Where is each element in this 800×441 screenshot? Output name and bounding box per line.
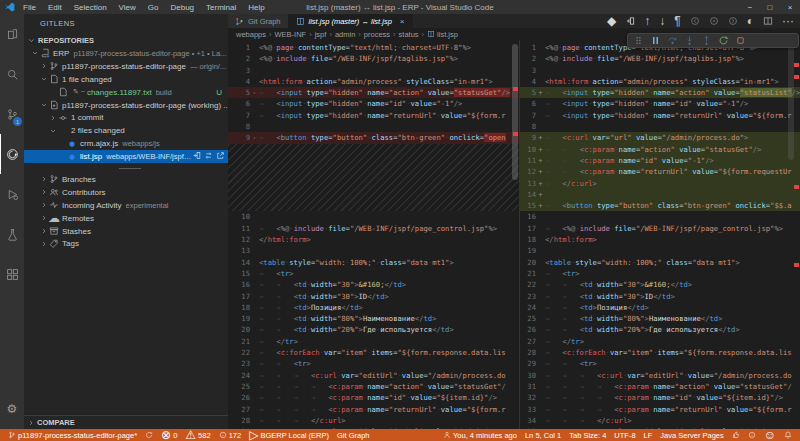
menu-file[interactable]: File [17,3,42,12]
right-scrollbar[interactable] [788,42,794,160]
code-line[interactable]: 15→ <tr> [228,268,519,279]
tree-item-crm-ajax-js[interactable]: crm.ajax.js webapps/js [24,137,228,150]
code-line[interactable]: 25→ → <td·width="80%">Наименование</td> [520,313,800,324]
code-line[interactable]: 16 [520,211,800,222]
code-line[interactable]: 11+→ → <c:param·name="id"·value="-1"/> [520,155,800,166]
stop-icon[interactable] [735,32,746,50]
tree-item-stashes[interactable]: Stashes [24,225,228,238]
code-line[interactable]: 10 [228,211,519,222]
breadcrumb-item[interactable]: process [364,30,390,39]
close-icon[interactable]: × [400,17,405,26]
more-actions-icon[interactable]: ··· [782,15,794,27]
code-line[interactable]: 26→ → → → <c:param·name="id"·value="${it… [228,392,519,403]
breadcrumb-item[interactable]: list.jsp [437,30,458,39]
close-button[interactable]: × [780,3,800,12]
prev-revision-icon[interactable] [690,16,700,26]
tree-item-tags[interactable]: Tags [24,237,228,250]
code-line[interactable]: 7→ <input·type="hidden"·name="returnUrl"… [520,110,800,121]
code-line[interactable]: 20→ → <td·width="20%">Где·используется</… [228,324,519,335]
statusbar-right-5[interactable]: Java Server Pages [656,429,727,441]
tree-item-remotes[interactable]: ☁ Remotes [24,212,228,225]
code-line[interactable]: 8 [520,121,800,132]
external-link-icon[interactable] [216,151,225,162]
breadcrumb-item[interactable]: status [399,30,419,39]
restart-icon[interactable] [718,32,729,50]
activity-gitlens-icon[interactable] [0,134,24,174]
code-line[interactable]: 32→ → → → <c:param·name="id"·value="${it… [520,392,800,403]
tree-item-branches[interactable]: Branches [24,173,228,186]
diff-pane-original[interactable]: 1<%@·page·contentType="text/html;·charse… [228,40,520,429]
code-line[interactable]: 28→ <c:forEach·var="item"·items="${form.… [520,347,800,358]
statusbar-right-2[interactable]: Tab Size: 4 [565,429,610,441]
statusbar-right-1[interactable]: Ln 5, Col 1 [521,429,565,441]
menu-view[interactable]: View [113,3,142,12]
code-line[interactable]: 6→ <input·type="hidden"·name="id"·value=… [228,98,519,109]
tree-item-list-jsp[interactable]: list.jsp webapps/WEB-INF/jspf/admin/pr..… [24,150,228,163]
tree-item-p11897-process-status-editor-p[interactable]: p11897-process-status-editor-page (worki… [24,99,228,112]
code-line[interactable]: 26→ → <td·width="20%">Где·используется</… [520,324,800,335]
tree-item-2-files-changed[interactable]: 2 files changed [24,124,228,137]
code-line[interactable]: 27→ </tr> [520,336,800,347]
annotations-icon[interactable]: ◐ [747,15,754,27]
menu-go[interactable]: Go [142,3,165,12]
code-line[interactable]: 21→ </tr> [228,336,519,347]
statusbar-left-0[interactable]: p11897-process-status-editor-page* [4,429,141,441]
tree-item-incoming-activity[interactable]: Incoming Activity experimental [24,199,228,212]
step-over-icon[interactable] [667,32,678,50]
compare-section-header[interactable]: COMPARE [24,415,228,429]
statusbar-right-3[interactable]: UTF-8 [610,429,639,441]
open-changes-icon[interactable] [192,151,201,162]
breadcrumb-item[interactable]: webapps [236,30,266,39]
activity-extensions-icon[interactable] [0,254,24,294]
statusbar-left-1[interactable] [141,429,157,441]
tree-item-contributors[interactable]: Contributors [24,186,228,199]
code-line[interactable]: 13+→ </c:url> [520,178,800,189]
activity-search-icon[interactable] [0,54,24,94]
code-line[interactable]: 22→ → <td·width="30">&#160;</td> [520,279,800,290]
statusbar-right-8[interactable]: ☺ [760,429,780,441]
breadcrumb-item[interactable]: WEB-INF [275,30,307,39]
code-line[interactable]: 9-→ <button·type="button"·class="btn-gre… [228,132,519,143]
arrow-up-icon[interactable]: ↑ [644,15,650,27]
code-line[interactable]: 4<html:form·action="admin/process"·style… [228,76,519,87]
code-line[interactable]: 30→ → → <c:url·var="editUrl"·value="/adm… [520,370,800,381]
code-line[interactable]: 17→ <%@·include·file="/WEB-INF/jspf/page… [520,223,800,234]
statusbar-left-5[interactable]: ▷BGERP Local (ERP) [245,429,333,441]
arrow-down-icon[interactable]: ↓ [659,15,665,27]
code-line[interactable]: 29→ → <tr> [520,358,800,369]
code-line[interactable]: 1<%@·page·contentType="text/html;·charse… [228,42,519,53]
minimize-button[interactable]: − [740,3,760,12]
code-line[interactable]: 6→ <input·type="hidden"·name="id"·value=… [520,98,800,109]
tree-item-p11897-process-status-editor-p[interactable]: p11897-process-status-editor-page — orig… [24,60,228,73]
code-line[interactable]: 8 [228,121,519,132]
statusbar-right-0[interactable]: You, 4 minutes ago [439,429,521,441]
pause-icon[interactable] [650,32,661,50]
code-line[interactable]: 2<%@·include·file="/WEB-INF/jspf/taglibs… [520,53,800,64]
code-line[interactable]: 20<table·style="width:·100%;"·class="dat… [520,257,800,268]
code-line[interactable]: 33→ → → → <c:param·name="returnUrl"·valu… [520,404,800,415]
code-line[interactable]: 23→ → <td·width="30">ID</td> [520,291,800,302]
whitespace-icon[interactable]: ¶ [674,15,680,27]
step-out-icon[interactable] [701,32,712,50]
code-line[interactable]: 14<table·style="width:·100%;"·class="dat… [228,257,519,268]
code-line[interactable]: 10+→ → <c:param·name="action"·value="sta… [520,144,800,155]
code-line[interactable]: 31→ → → → <c:param·name="action"·value="… [520,381,800,392]
code-line[interactable]: 13 [228,245,519,256]
statusbar-left-4[interactable]: 172 [215,429,246,441]
code-line[interactable]: 3 [520,65,800,76]
code-line[interactable]: 12+→ → <c:param·name="returnUrl"·value="… [520,166,800,177]
repositories-section-header[interactable]: REPOSITORIES [24,34,228,47]
code-line[interactable]: 24→ → → <c:url·var="editUrl"·value="/adm… [228,370,519,381]
statusbar-right-7[interactable] [744,429,760,441]
menu-terminal[interactable]: Terminal [200,3,242,12]
code-line[interactable]: 16→ → <td·width="30">&#160;</td> [228,279,519,290]
code-line[interactable]: 4<html:form·action="admin/process"·style… [520,76,800,87]
tab-list-jsp-master-list-jsp[interactable]: list.jsp (master) ↔ list.jsp× [289,14,413,28]
statusbar-right-6[interactable] [728,429,744,441]
statusbar-left-2[interactable]: ⊗0 [157,429,181,441]
statusbar-left-6[interactable]: Git Graph [333,429,374,441]
drag-handle-icon[interactable] [633,32,644,50]
next-revision-icon[interactable] [728,16,738,26]
tab-git-graph[interactable]: Git Graph [228,14,289,28]
menu-help[interactable]: Help [242,3,270,12]
